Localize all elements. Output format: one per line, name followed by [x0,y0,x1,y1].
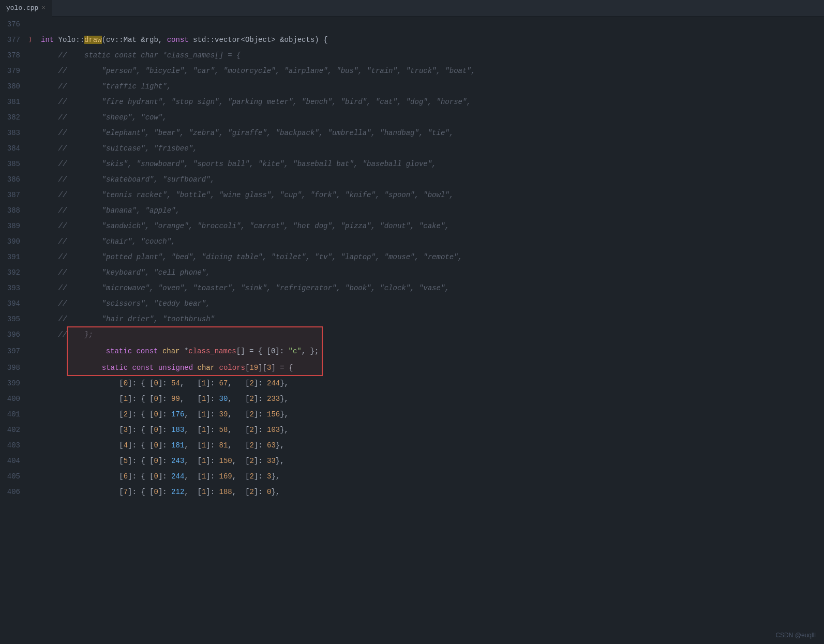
tab-filename: yolo.cpp [6,4,38,12]
line-num-400: 400 [0,391,28,407]
code-line-397: 397 static const char *class_names[] = {… [0,342,824,360]
line-content-383: // "elephant", "bear", "zebra", "giraffe… [39,125,824,141]
code-line-388: 388 // "banana", "apple", [0,203,824,218]
line-content-388: // "banana", "apple", [39,203,824,218]
line-content-386: // "skateboard", "surfboard", [39,172,824,187]
line-num-390: 390 [0,234,28,249]
code-line-393: 393 // "microwave", "oven", "toaster", "… [0,280,824,296]
line-num-399: 399 [0,376,28,391]
tab-yolo-cpp[interactable]: yolo.cpp × [0,0,52,17]
code-line-391: 391 // "potted plant", "bed", "dining ta… [0,249,824,265]
line-content-406: [7]: { [0]: 212, [1]: 188, [2]: 0}, [39,469,824,515]
line-content-385: // "skis", "snowboard", "sports ball", "… [39,156,824,172]
line-num-377: 377 [0,32,28,48]
line-num-384: 384 [0,141,28,156]
line-content-393: // "microwave", "oven", "toaster", "sink… [39,280,824,296]
line-content-382: // "sheep", "cow", [39,110,824,125]
line-num-402: 402 [0,422,28,438]
tab-bar: yolo.cpp × [0,0,824,17]
line-num-392: 392 [0,265,28,280]
tab-close-icon[interactable]: × [41,5,45,12]
code-line-382: 382 // "sheep", "cow", [0,110,824,125]
code-line-385: 385 // "skis", "snowboard", "sports ball… [0,156,824,172]
line-num-380: 380 [0,79,28,94]
line-arrow-377: ⟩ [28,32,39,48]
line-num-405: 405 [0,469,28,484]
line-num-387: 387 [0,187,28,203]
code-line-384: 384 // "suitcase", "frisbee", [0,141,824,156]
line-content-379: // "person", "bicycle", "car", "motorcyc… [39,63,824,79]
code-line-406: 406 [7]: { [0]: 212, [1]: 188, [2]: 0}, [0,484,824,500]
line-num-379: 379 [0,63,28,79]
line-num-395: 395 [0,311,28,327]
line-num-383: 383 [0,125,28,141]
line-num-382: 382 [0,110,28,125]
code-editor: 376 377 ⟩ int Yolo::draw(cv::Mat &rgb, c… [0,17,824,500]
code-line-379: 379 // "person", "bicycle", "car", "moto… [0,63,824,79]
line-content-389: // "sandwich", "orange", "broccoli", "ca… [39,218,824,234]
code-line-387: 387 // "tennis racket", "bottle", "wine … [0,187,824,203]
line-content-384: // "suitcase", "frisbee", [39,141,824,156]
line-num-403: 403 [0,438,28,453]
line-num-406: 406 [0,484,28,500]
line-num-401: 401 [0,407,28,422]
code-line-383: 383 // "elephant", "bear", "zebra", "gir… [0,125,824,141]
line-content-394: // "scissors", "teddy bear", [39,296,824,311]
line-num-404: 404 [0,453,28,469]
line-content-390: // "chair", "couch", [39,234,824,249]
code-line-390: 390 // "chair", "couch", [0,234,824,249]
line-num-398: 398 [0,360,28,376]
line-num-386: 386 [0,172,28,187]
line-num-393: 393 [0,280,28,296]
line-content-397: static const char *class_names[] = { [0]… [39,311,824,392]
line-num-397: 397 [0,343,28,359]
code-line-381: 381 // "fire hydrant", "stop sign", "par… [0,94,824,110]
line-num-385: 385 [0,156,28,172]
line-content-381: // "fire hydrant", "stop sign", "parking… [39,94,824,110]
watermark: CSDN @euqlll [775,632,816,639]
line-num-381: 381 [0,94,28,110]
line-content-391: // "potted plant", "bed", "dining table"… [39,249,824,265]
line-content-392: // "keyboard", "cell phone", [39,265,824,280]
line-content-378: // static const char *class_names[] = { [39,48,824,63]
line-num-391: 391 [0,249,28,265]
line-num-389: 389 [0,218,28,234]
line-num-394: 394 [0,296,28,311]
code-line-376: 376 [0,17,824,32]
line-num-396: 396 [0,327,28,342]
code-line-392: 392 // "keyboard", "cell phone", [0,265,824,280]
code-line-389: 389 // "sandwich", "orange", "broccoli",… [0,218,824,234]
line-content-377: int Yolo::draw(cv::Mat &rgb, const std::… [39,32,824,48]
line-num-388: 388 [0,203,28,218]
code-line-377: 377 ⟩ int Yolo::draw(cv::Mat &rgb, const… [0,32,824,48]
line-num-376: 376 [0,17,28,32]
line-content-380: // "traffic light", [39,79,824,94]
line-content-387: // "tennis racket", "bottle", "wine glas… [39,187,824,203]
code-line-394: 394 // "scissors", "teddy bear", [0,296,824,311]
code-line-380: 380 // "traffic light", [0,79,824,94]
code-line-378: 378 // static const char *class_names[] … [0,48,824,63]
code-line-386: 386 // "skateboard", "surfboard", [0,172,824,187]
line-num-378: 378 [0,48,28,63]
